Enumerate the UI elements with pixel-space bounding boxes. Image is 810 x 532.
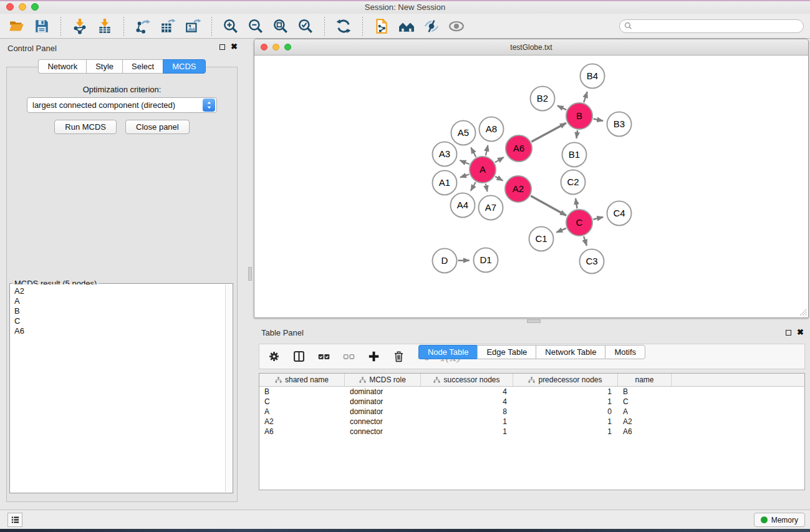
export-table-button[interactable] xyxy=(157,16,178,36)
tab-select[interactable]: Select xyxy=(122,59,163,74)
graph-edge-A-A6[interactable] xyxy=(495,157,504,162)
import-table-button[interactable] xyxy=(94,16,115,36)
graph-edge-C-C2[interactable] xyxy=(576,198,577,208)
hide-panels-button[interactable] xyxy=(421,16,442,36)
graph-node-A[interactable]: A xyxy=(470,157,496,183)
graph-edge-A-A1[interactable] xyxy=(460,174,469,177)
graph-edge-C-C4[interactable] xyxy=(593,217,603,220)
graph-edge-B-B3[interactable] xyxy=(594,119,603,121)
network-close-button[interactable] xyxy=(261,44,268,51)
graph-node-C3[interactable]: C3 xyxy=(580,249,604,274)
table-close-panel-icon[interactable]: ✖ xyxy=(797,329,804,336)
svg-text:D1: D1 xyxy=(480,254,491,265)
window-titlebar: Session: New Session xyxy=(0,0,810,14)
graph-node-B1[interactable]: B1 xyxy=(562,143,587,167)
tab-motifs[interactable]: Motifs xyxy=(605,345,645,359)
window-controls xyxy=(6,3,39,11)
mcds-result-item[interactable]: A xyxy=(14,296,225,306)
mcds-panel: Optimization criterion: largest connecte… xyxy=(6,67,238,502)
search-input[interactable] xyxy=(619,19,804,33)
graph-node-C1[interactable]: C1 xyxy=(529,227,554,251)
export-network-button[interactable] xyxy=(132,16,153,36)
import-table-icon xyxy=(97,18,113,34)
table-float-panel-icon[interactable] xyxy=(786,330,791,336)
graph-edge-A-A3[interactable] xyxy=(460,160,470,164)
svg-text:A8: A8 xyxy=(486,123,497,134)
graph-edge-A-A4[interactable] xyxy=(471,182,476,191)
close-panel-button[interactable]: Close panel xyxy=(125,120,190,134)
tab-mcds[interactable]: MCDS xyxy=(163,59,205,74)
toolbar-separator xyxy=(60,17,61,36)
task-history-button[interactable] xyxy=(7,513,22,527)
mcds-result-item[interactable]: A2 xyxy=(14,286,225,296)
graph-node-A2[interactable]: A2 xyxy=(505,176,531,202)
graph-edge-A2-C[interactable] xyxy=(531,196,566,215)
graph-node-A8[interactable]: A8 xyxy=(480,117,504,142)
graph-node-C[interactable]: C xyxy=(566,210,592,236)
mcds-result-item[interactable]: C xyxy=(14,316,225,326)
graph-node-B4[interactable]: B4 xyxy=(581,64,605,89)
import-network-button[interactable] xyxy=(69,16,90,36)
zoom-selected-button[interactable] xyxy=(295,16,316,36)
graph-node-A7[interactable]: A7 xyxy=(479,196,503,220)
tab-edge-table[interactable]: Edge Table xyxy=(477,345,536,359)
show-eye-button[interactable] xyxy=(446,16,467,36)
mcds-result-item[interactable]: B xyxy=(14,306,225,316)
memory-button[interactable]: Memory xyxy=(754,513,805,527)
refresh-layout-button[interactable] xyxy=(333,16,354,36)
tab-node-table[interactable]: Node Table xyxy=(418,345,478,359)
graph-node-B2[interactable]: B2 xyxy=(531,87,555,111)
zoom-fit-button[interactable] xyxy=(270,16,291,36)
run-mcds-button[interactable]: Run MCDS xyxy=(54,120,117,134)
graph-edge-C-C3[interactable] xyxy=(584,236,587,246)
graph-node-A6[interactable]: A6 xyxy=(506,135,532,162)
mcds-result-box: MCDS result (5 nodes) A2ABCA6 xyxy=(9,283,233,493)
float-panel-icon[interactable] xyxy=(219,44,225,50)
network-minimize-button[interactable] xyxy=(272,44,279,51)
graph-edge-A-A7[interactable] xyxy=(486,183,488,191)
graph-edge-A-A5[interactable] xyxy=(471,147,476,157)
minimize-window-button[interactable] xyxy=(19,3,26,11)
tab-network[interactable]: Network xyxy=(38,59,86,74)
mcds-result-list[interactable]: A2ABCA6 xyxy=(11,284,225,492)
tab-network-table[interactable]: Network Table xyxy=(536,345,605,359)
graph-edge-A-A2[interactable] xyxy=(495,177,503,181)
graph-node-C4[interactable]: C4 xyxy=(607,201,632,226)
zoom-out-button[interactable] xyxy=(245,16,266,36)
maximize-window-button[interactable] xyxy=(31,3,39,11)
export-image-button[interactable] xyxy=(182,16,203,36)
zoom-in-button[interactable] xyxy=(220,16,241,36)
mcds-result-item[interactable]: A6 xyxy=(14,326,225,336)
network-maximize-button[interactable] xyxy=(284,44,291,51)
graph-edge-A-A8[interactable] xyxy=(486,145,488,156)
graph-node-C2[interactable]: C2 xyxy=(561,170,586,195)
network-canvas[interactable]: B4B2BB3A5A8A6A3B1AA1C2A2A4A7CC4C1C3DD1 xyxy=(255,56,808,317)
graph-node-A5[interactable]: A5 xyxy=(451,121,476,145)
mcds-result-scrollbar[interactable] xyxy=(225,284,232,492)
graph-node-D1[interactable]: D1 xyxy=(474,248,498,273)
network-window-titlebar[interactable]: testGlobe.txt xyxy=(254,39,808,56)
home-button[interactable] xyxy=(396,16,417,36)
graph-node-A3[interactable]: A3 xyxy=(433,142,457,167)
open-session-button[interactable] xyxy=(6,16,27,36)
svg-text:B: B xyxy=(576,110,582,121)
graph-edge-B-B2[interactable] xyxy=(557,105,566,110)
graph-edge-B-B1[interactable] xyxy=(576,130,577,138)
graph-node-D[interactable]: D xyxy=(433,249,457,273)
graph-edge-C-C1[interactable] xyxy=(556,228,566,233)
horizontal-split-handle[interactable] xyxy=(527,319,541,323)
close-panel-icon[interactable]: ✖ xyxy=(231,44,238,50)
network-document-button[interactable] xyxy=(371,16,392,36)
graph-node-A4[interactable]: A4 xyxy=(451,193,475,218)
vertical-split-handle[interactable] xyxy=(248,267,252,281)
graph-node-B3[interactable]: B3 xyxy=(607,112,632,137)
resize-grip-icon[interactable] xyxy=(798,307,807,316)
save-session-button[interactable] xyxy=(31,16,52,36)
tab-style[interactable]: Style xyxy=(86,59,122,74)
graph-node-A1[interactable]: A1 xyxy=(433,171,457,195)
graph-node-B[interactable]: B xyxy=(566,103,592,129)
criterion-dropdown[interactable]: largest connected component (directed) xyxy=(27,97,217,113)
graph-edge-A6-B[interactable] xyxy=(531,123,566,142)
close-window-button[interactable] xyxy=(6,3,14,11)
graph-edge-B-B4[interactable] xyxy=(584,92,587,102)
